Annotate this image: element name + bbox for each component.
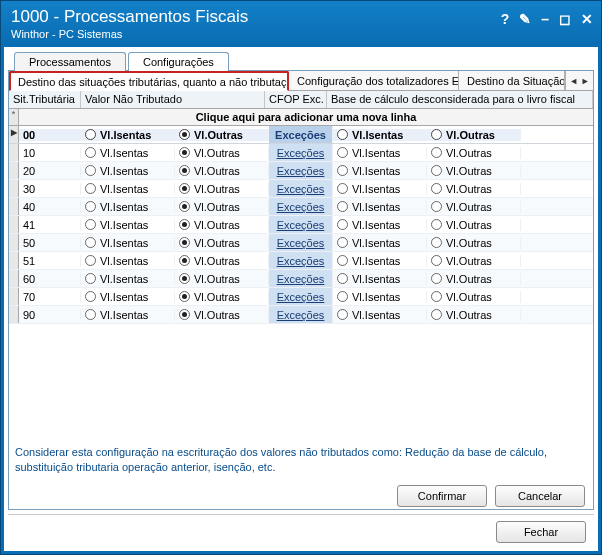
radio-outras-b[interactable]: Vl.Outras	[427, 183, 521, 195]
excecoes-button[interactable]: Exceções	[269, 126, 333, 143]
radio-isentas-a[interactable]: Vl.Isentas	[81, 219, 175, 231]
radio-outras-a[interactable]: Vl.Outras	[175, 255, 269, 267]
radio-isentas-a[interactable]: Vl.Isentas	[81, 309, 175, 321]
table-row[interactable]: 90Vl.IsentasVl.OutrasExceçõesVl.IsentasV…	[9, 306, 593, 324]
radio-isentas-a[interactable]: Vl.Isentas	[81, 129, 175, 141]
cell-code[interactable]: 00	[19, 129, 81, 141]
excecoes-button[interactable]: Exceções	[269, 252, 333, 269]
inner-tab-destino-nao-trib[interactable]: Destino das situações tributárias, quant…	[9, 71, 289, 91]
excecoes-button[interactable]: Exceções	[269, 180, 333, 197]
add-new-row[interactable]: * Clique aqui para adicionar uma nova li…	[9, 109, 593, 126]
row-indicator	[9, 162, 19, 179]
cell-code[interactable]: 41	[19, 219, 81, 231]
table-row[interactable]: 50Vl.IsentasVl.OutrasExceçõesVl.IsentasV…	[9, 234, 593, 252]
radio-isentas-b[interactable]: Vl.Isentas	[333, 255, 427, 267]
radio-isentas-b[interactable]: Vl.Isentas	[333, 183, 427, 195]
radio-isentas-b[interactable]: Vl.Isentas	[333, 165, 427, 177]
excecoes-button[interactable]: Exceções	[269, 270, 333, 287]
radio-outras-b[interactable]: Vl.Outras	[427, 291, 521, 303]
cell-code[interactable]: 20	[19, 165, 81, 177]
confirm-button[interactable]: Confirmar	[397, 485, 487, 507]
radio-outras-b[interactable]: Vl.Outras	[427, 129, 521, 141]
cell-code[interactable]: 90	[19, 309, 81, 321]
table-row[interactable]: 20Vl.IsentasVl.OutrasExceçõesVl.IsentasV…	[9, 162, 593, 180]
table-row[interactable]: 41Vl.IsentasVl.OutrasExceçõesVl.IsentasV…	[9, 216, 593, 234]
radio-outras-a[interactable]: Vl.Outras	[175, 219, 269, 231]
cell-code[interactable]: 10	[19, 147, 81, 159]
radio-isentas-a[interactable]: Vl.Isentas	[81, 147, 175, 159]
excecoes-button[interactable]: Exceções	[269, 306, 333, 323]
radio-isentas-a[interactable]: Vl.Isentas	[81, 273, 175, 285]
tab-processamentos[interactable]: Processamentos	[14, 52, 126, 71]
excecoes-button[interactable]: Exceções	[269, 144, 333, 161]
radio-outras-a[interactable]: Vl.Outras	[175, 129, 269, 141]
help-icon[interactable]: ?	[501, 11, 510, 27]
radio-isentas-b[interactable]: Vl.Isentas	[333, 291, 427, 303]
radio-outras-a[interactable]: Vl.Outras	[175, 291, 269, 303]
radio-outras-b[interactable]: Vl.Outras	[427, 165, 521, 177]
excecoes-button[interactable]: Exceções	[269, 234, 333, 251]
radio-isentas-b[interactable]: Vl.Isentas	[333, 309, 427, 321]
table-row[interactable]: 60Vl.IsentasVl.OutrasExceçõesVl.IsentasV…	[9, 270, 593, 288]
close-button[interactable]: Fechar	[496, 521, 586, 543]
radio-outras-b[interactable]: Vl.Outras	[427, 237, 521, 249]
excecoes-button[interactable]: Exceções	[269, 288, 333, 305]
table-row[interactable]: 51Vl.IsentasVl.OutrasExceçõesVl.IsentasV…	[9, 252, 593, 270]
title-bar: 1000 - Processamentos Fiscais Winthor - …	[1, 1, 601, 44]
radio-outras-a[interactable]: Vl.Outras	[175, 273, 269, 285]
cell-code[interactable]: 30	[19, 183, 81, 195]
cell-code[interactable]: 50	[19, 237, 81, 249]
table-row[interactable]: 30Vl.IsentasVl.OutrasExceçõesVl.IsentasV…	[9, 180, 593, 198]
inner-tab-destino-sit-trib[interactable]: Destino da Situação Trib	[459, 71, 565, 90]
radio-outras-a[interactable]: Vl.Outras	[175, 201, 269, 213]
radio-outras-a[interactable]: Vl.Outras	[175, 237, 269, 249]
excecoes-button[interactable]: Exceções	[269, 162, 333, 179]
radio-outras-a[interactable]: Vl.Outras	[175, 165, 269, 177]
radio-isentas-a[interactable]: Vl.Isentas	[81, 183, 175, 195]
cancel-button[interactable]: Cancelar	[495, 485, 585, 507]
excecoes-button[interactable]: Exceções	[269, 198, 333, 215]
edit-icon[interactable]: ✎	[519, 11, 531, 27]
radio-isentas-a[interactable]: Vl.Isentas	[81, 165, 175, 177]
tab-scroll-buttons[interactable]: ◄ ►	[565, 71, 593, 90]
radio-isentas-a[interactable]: Vl.Isentas	[81, 291, 175, 303]
radio-outras-b[interactable]: Vl.Outras	[427, 309, 521, 321]
radio-outras-b[interactable]: Vl.Outras	[427, 147, 521, 159]
maximize-icon[interactable]: ◻	[559, 11, 571, 27]
col-base-calculo[interactable]: Base de cálculo desconsiderada para o li…	[327, 91, 593, 108]
col-sit-tributaria[interactable]: Sit.Tributária	[9, 91, 81, 108]
radio-isentas-a[interactable]: Vl.Isentas	[81, 237, 175, 249]
radio-isentas-b[interactable]: Vl.Isentas	[333, 273, 427, 285]
client-area: Processamentos Configurações Destino das…	[4, 47, 598, 551]
close-icon[interactable]: ✕	[581, 11, 593, 27]
inner-tab-totalizadores-ecf[interactable]: Configuração dos totalizadores ECF	[289, 71, 459, 90]
radio-isentas-b[interactable]: Vl.Isentas	[333, 237, 427, 249]
excecoes-button[interactable]: Exceções	[269, 216, 333, 233]
table-row[interactable]: 40Vl.IsentasVl.OutrasExceçõesVl.IsentasV…	[9, 198, 593, 216]
radio-isentas-b[interactable]: Vl.Isentas	[333, 147, 427, 159]
cell-code[interactable]: 70	[19, 291, 81, 303]
radio-isentas-b[interactable]: Vl.Isentas	[333, 219, 427, 231]
radio-outras-a[interactable]: Vl.Outras	[175, 147, 269, 159]
radio-outras-b[interactable]: Vl.Outras	[427, 273, 521, 285]
radio-outras-a[interactable]: Vl.Outras	[175, 309, 269, 321]
minimize-icon[interactable]: –	[541, 11, 549, 27]
radio-isentas-b[interactable]: Vl.Isentas	[333, 129, 427, 141]
radio-isentas-a[interactable]: Vl.Isentas	[81, 255, 175, 267]
cell-code[interactable]: 51	[19, 255, 81, 267]
footer-note: Considerar esta configuração na escritur…	[9, 435, 593, 481]
cell-code[interactable]: 40	[19, 201, 81, 213]
col-cfop-exc[interactable]: CFOP Exc.	[265, 91, 327, 108]
radio-isentas-a[interactable]: Vl.Isentas	[81, 201, 175, 213]
col-valor-nao-tributado[interactable]: Valor Não Tributado	[81, 91, 265, 108]
radio-outras-b[interactable]: Vl.Outras	[427, 201, 521, 213]
cell-code[interactable]: 60	[19, 273, 81, 285]
radio-outras-b[interactable]: Vl.Outras	[427, 255, 521, 267]
radio-outras-a[interactable]: Vl.Outras	[175, 183, 269, 195]
table-row[interactable]: 70Vl.IsentasVl.OutrasExceçõesVl.IsentasV…	[9, 288, 593, 306]
tab-configuracoes[interactable]: Configurações	[128, 52, 229, 71]
radio-isentas-b[interactable]: Vl.Isentas	[333, 201, 427, 213]
radio-outras-b[interactable]: Vl.Outras	[427, 219, 521, 231]
header-data-row[interactable]: ▶ 00 Vl.Isentas Vl.Outras Exceções Vl.Is…	[9, 126, 593, 144]
table-row[interactable]: 10Vl.IsentasVl.OutrasExceçõesVl.IsentasV…	[9, 144, 593, 162]
